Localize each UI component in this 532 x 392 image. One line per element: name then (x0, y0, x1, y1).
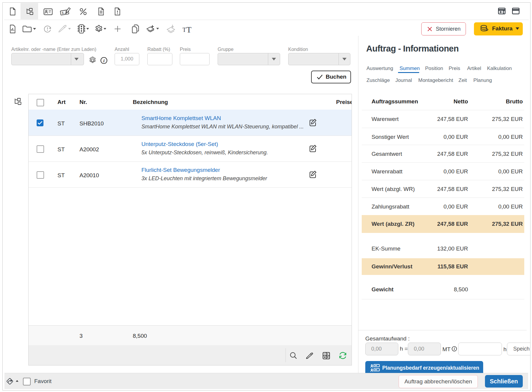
svg-text:i: i (454, 347, 455, 351)
svg-text:$: $ (62, 11, 64, 15)
svg-text:T: T (182, 27, 186, 33)
svg-text:T: T (186, 25, 191, 33)
svg-text:i: i (103, 58, 105, 63)
